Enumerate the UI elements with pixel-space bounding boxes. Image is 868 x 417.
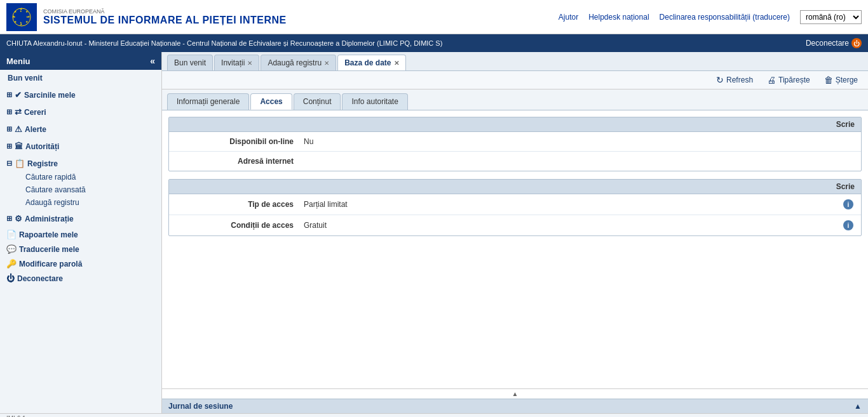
sidebar-item-registre[interactable]: ⊟ 📋 Registre xyxy=(0,156,161,171)
tab-invitatii[interactable]: Invitații ✕ xyxy=(214,55,259,70)
disconnect-button[interactable]: Deconectare ⏻ xyxy=(806,38,862,48)
svg-text:★: ★ xyxy=(26,15,29,18)
tab-adauga-label: Adaugă registru xyxy=(268,58,322,67)
sidebar-sub-cautare-avansata[interactable]: Căutare avansată xyxy=(19,183,161,196)
section-tab-info-autoritate-label: Info autoritate xyxy=(351,97,398,106)
section-tab-continut[interactable]: Conținut xyxy=(294,93,341,110)
section2-header: Scrie xyxy=(169,180,861,194)
tabs-bar: Bun venit Invitații ✕ Adaugă registru ✕ … xyxy=(162,52,868,71)
top-nav: Ajutor Helpdesk național Declinarea resp… xyxy=(559,10,862,24)
logo-area: ★ ★ ★ ★ ★ ★ ★ ★ ★ ★ ★ ★ COMISIA EUROPEAN… xyxy=(6,3,559,31)
sidebar-item-modificare-parola[interactable]: 🔑 Modificare parolă xyxy=(0,256,161,271)
value-disponibil: Nu xyxy=(304,137,853,146)
rapoartele-icon: 📄 xyxy=(6,230,17,239)
administratie-icon: ⚙ xyxy=(15,214,22,223)
sidebar-collapse-button[interactable]: « xyxy=(150,56,155,66)
sidebar-welcome: Bun venit xyxy=(0,70,161,86)
scroll-toggle[interactable]: ▲ xyxy=(162,388,868,399)
acces-section2: Scrie Tip de acces Parțial limitat i Con… xyxy=(168,179,862,236)
expand-icon-registre: ⊟ xyxy=(6,159,12,168)
section-tab-info-autoritate[interactable]: Info autoritate xyxy=(342,93,407,110)
form-row-adresa: Adresă internet xyxy=(169,152,861,171)
tab-adauga-registru[interactable]: Adaugă registru ✕ xyxy=(261,55,336,70)
sidebar-item-deconectare[interactable]: ⏻ Deconectare xyxy=(0,271,161,286)
section-tab-acces[interactable]: Acces xyxy=(250,93,292,110)
tab-bun-venit-label: Bun venit xyxy=(174,58,206,67)
alerte-icon: ⚠ xyxy=(15,124,22,134)
form-row-disponibil: Disponibil on-line Nu xyxy=(169,132,861,152)
tab-adauga-close[interactable]: ✕ xyxy=(324,60,329,67)
alerte-label: Alerte xyxy=(25,125,46,134)
expand-icon-alerte: ⊞ xyxy=(6,125,12,133)
tab-baza-de-date[interactable]: Baza de date ✕ xyxy=(337,55,405,70)
rapoartele-label: Rapoartele mele xyxy=(19,230,78,239)
tab-baza-close[interactable]: ✕ xyxy=(394,60,399,67)
ajutor-link[interactable]: Ajutor xyxy=(559,13,578,22)
disclaimer-link[interactable]: Declinarea responsabilității (traducere) xyxy=(660,13,790,22)
administratie-label: Administrație xyxy=(25,215,74,223)
sidebar-header-label: Meniu xyxy=(6,56,31,66)
registre-submenu: Căutare rapidă Căutare avansată Adaugă r… xyxy=(0,171,161,209)
delete-icon: 🗑 xyxy=(824,75,833,85)
logo-subtitle: COMISIA EUROPEANĂ xyxy=(43,8,287,15)
sidebar-item-alerte[interactable]: ⊞ ⚠ Alerte xyxy=(0,122,161,136)
sidebar-item-cereri[interactable]: ⊞ ⇄ Cereri xyxy=(0,105,161,119)
tab-bun-venit[interactable]: Bun venit xyxy=(167,55,213,70)
session-collapse-button[interactable]: ▲ xyxy=(854,402,862,411)
refresh-button[interactable]: ↻ Refresh xyxy=(712,74,757,86)
sidebar-item-administratie[interactable]: ⊞ ⚙ Administrație xyxy=(0,211,161,226)
print-button[interactable]: 🖨 Tipărește xyxy=(763,74,814,86)
label-tip-acces: Tip de acces xyxy=(177,200,304,209)
traducerile-label: Traducerile mele xyxy=(19,245,79,254)
sidebar-item-sarcinile-mele[interactable]: ⊞ ✔ Sarcinile mele xyxy=(0,88,161,102)
sidebar-group-alerte: ⊞ ⚠ Alerte xyxy=(0,121,161,138)
user-title: CHIUTA Alexandru-Ionut - Ministerul Educ… xyxy=(6,39,442,47)
label-adresa: Adresă internet xyxy=(177,157,304,166)
acces-section1: Scrie Disponibil on-line Nu Adresă inter… xyxy=(168,117,862,171)
sidebar-item-rapoartele-mele[interactable]: 📄 Rapoartele mele xyxy=(0,227,161,242)
helpdesk-link[interactable]: Helpdesk național xyxy=(588,13,649,22)
sidebar-item-traducerile-mele[interactable]: 💬 Traducerile mele xyxy=(0,242,161,256)
sidebar-sub-cautare-rapida[interactable]: Căutare rapidă xyxy=(19,171,161,183)
sidebar: Meniu « Bun venit ⊞ ✔ Sarcinile mele ⊞ ⇄… xyxy=(0,52,162,413)
sidebar-group-cereri: ⊞ ⇄ Cereri xyxy=(0,103,161,121)
main-layout: Meniu « Bun venit ⊞ ✔ Sarcinile mele ⊞ ⇄… xyxy=(0,52,868,413)
value-conditii: Gratuit xyxy=(304,221,843,230)
sidebar-group-registre: ⊟ 📋 Registre Căutare rapidă Căutare avan… xyxy=(0,155,161,210)
sidebar-group-autoritati: ⊞ 🏛 Autorități xyxy=(0,138,161,155)
footer: IMI 6.1 xyxy=(0,413,868,417)
session-bar: Jurnal de sesiune ▲ xyxy=(162,399,868,413)
sarcinile-label: Sarcinile mele xyxy=(24,91,76,100)
registre-icon: 📋 xyxy=(15,159,25,168)
tab-invitatii-close[interactable]: ✕ xyxy=(247,60,252,67)
user-bar: CHIUTA Alexandru-Ionut - Ministerul Educ… xyxy=(0,34,868,52)
refresh-icon: ↻ xyxy=(716,75,724,85)
session-label: Jurnal de sesiune xyxy=(168,402,233,411)
print-icon: 🖨 xyxy=(767,75,776,85)
svg-text:★: ★ xyxy=(20,10,22,13)
sidebar-item-autoritati[interactable]: ⊞ 🏛 Autorități xyxy=(0,139,161,154)
print-label: Tipărește xyxy=(778,76,810,84)
section-tabs: Informații generale Acces Conținut Info … xyxy=(162,89,868,110)
info-icon-tip-acces[interactable]: i xyxy=(843,199,853,209)
svg-text:★: ★ xyxy=(13,15,16,18)
expand-icon-administratie: ⊞ xyxy=(6,215,12,223)
value-tip-acces: Parțial limitat xyxy=(304,200,843,209)
autoritati-label: Autorități xyxy=(25,142,59,151)
deconectare-sidebar-icon: ⏻ xyxy=(6,274,15,283)
disconnect-label: Deconectare xyxy=(806,39,849,48)
expand-icon-cereri: ⊞ xyxy=(6,108,12,116)
language-select[interactable]: română (ro) English (en) français (fr) d… xyxy=(800,10,862,24)
info-icon-conditii[interactable]: i xyxy=(843,220,853,230)
section-tab-continut-label: Conținut xyxy=(303,97,332,106)
expand-icon-autoritati: ⊞ xyxy=(6,142,12,150)
section-tab-info-generale[interactable]: Informații generale xyxy=(167,93,249,110)
section-tab-info-generale-label: Informații generale xyxy=(177,97,240,106)
label-disponibil: Disponibil on-line xyxy=(177,137,304,146)
delete-button[interactable]: 🗑 Șterge xyxy=(820,74,862,86)
toolbar: ↻ Refresh 🖨 Tipărește 🗑 Șterge xyxy=(162,71,868,89)
cereri-icon: ⇄ xyxy=(15,107,22,117)
form-row-conditii: Condiții de acces Gratuit i xyxy=(169,215,861,235)
sidebar-sub-adauga-registru[interactable]: Adaugă registru xyxy=(19,196,161,209)
sidebar-header: Meniu « xyxy=(0,52,161,70)
